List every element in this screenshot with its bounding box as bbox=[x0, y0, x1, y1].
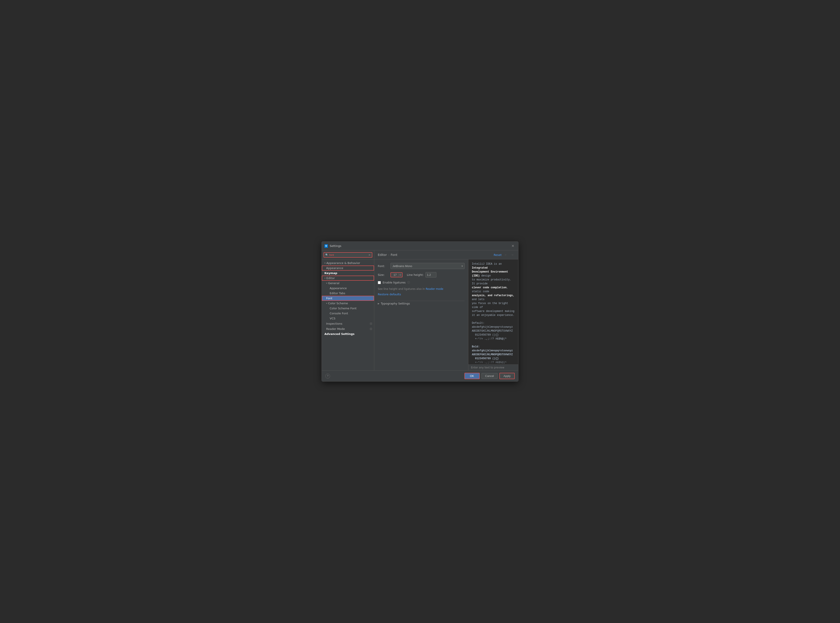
search-input[interactable] bbox=[329, 253, 367, 256]
sidebar-item-keymap[interactable]: Keymap bbox=[322, 270, 374, 276]
size-label: Size: bbox=[378, 273, 389, 276]
sidebar-item-label: Editor Tabs bbox=[330, 292, 345, 295]
font-form-row: Font: JetBrains Mono bbox=[378, 263, 465, 269]
back-button[interactable]: ← bbox=[503, 253, 508, 257]
sidebar-item-label: Console Font bbox=[330, 312, 348, 315]
preview-panel: IntelliJ IDEA is an Integrated Developme… bbox=[468, 259, 518, 370]
sidebar-item-label: Inspections bbox=[326, 322, 342, 325]
reader-mode-link[interactable]: Reader mode bbox=[426, 287, 443, 290]
sidebar-item-appearance-behavior[interactable]: ▾ Appearance & Behavior bbox=[322, 261, 374, 265]
search-input-wrapper: 🔍 ✕ bbox=[324, 252, 372, 258]
breadcrumb-separator: › bbox=[388, 253, 389, 256]
sidebar-item-color-scheme-font[interactable]: Color Scheme Font bbox=[322, 306, 374, 311]
search-icon: 🔍 bbox=[325, 253, 328, 256]
sidebar-item-font[interactable]: Font bbox=[322, 296, 374, 301]
size-input-wrapper: 0 bbox=[390, 272, 402, 277]
expand-icon: ⊟ bbox=[370, 327, 372, 331]
sidebar-item-label: Font bbox=[326, 297, 332, 300]
restore-defaults-link[interactable]: Restore defaults bbox=[378, 293, 401, 296]
expand-icon: ▾ bbox=[324, 277, 326, 279]
sidebar-item-label: Appearance bbox=[330, 287, 347, 290]
preview-upper: ABCDEFGHIJKLMNOPQRSTUVWXYZ bbox=[472, 329, 515, 333]
sidebar-item-label: Appearance & Behavior bbox=[326, 261, 360, 265]
ligatures-checkbox[interactable] bbox=[378, 281, 381, 284]
footer-left: ? bbox=[325, 374, 330, 379]
app-icon: U bbox=[324, 244, 328, 248]
sidebar-item-appearance[interactable]: Appearance bbox=[322, 265, 374, 270]
preview-line-2: Development Environment (IDE) design bbox=[472, 270, 515, 278]
size-form-row: Size: 0 Line height: bbox=[378, 272, 465, 278]
sidebar-item-general[interactable]: ▾ General bbox=[322, 281, 374, 286]
sidebar-item-console-font[interactable]: Console Font bbox=[322, 311, 374, 316]
size-cursor-indicator: 0 bbox=[398, 273, 401, 276]
preview-line-4: clever code completion, static code bbox=[472, 286, 515, 293]
sidebar-item-inspections[interactable]: Inspections ⊟ bbox=[322, 321, 374, 326]
title-bar-left: U Settings bbox=[324, 244, 341, 248]
settings-panel: Font: JetBrains Mono Size: 0 bbox=[374, 259, 468, 370]
dialog-body: 🔍 ✕ ▾ Appearance & Behavior Appearance K… bbox=[322, 250, 518, 370]
font-select[interactable]: JetBrains Mono bbox=[390, 263, 465, 269]
help-icon[interactable]: ⓘ bbox=[407, 281, 410, 284]
sidebar-item-label: VCS bbox=[330, 317, 335, 320]
expand-icon: ▾ bbox=[326, 302, 327, 304]
preview-bold-upper: ABCDEFGHIJKLMNOPQRSTUVWXYZ bbox=[472, 353, 515, 357]
ok-button[interactable]: OK bbox=[464, 373, 480, 379]
sidebar-item-label: Color Scheme bbox=[328, 302, 348, 305]
expand-icon: ⊟ bbox=[370, 322, 372, 325]
nav-tree: ▾ Appearance & Behavior Appearance Keyma… bbox=[322, 259, 374, 370]
sidebar-item-label: Keymap bbox=[324, 272, 337, 275]
breadcrumb: Editor › Font bbox=[378, 253, 398, 256]
line-height-input[interactable] bbox=[425, 272, 436, 278]
sidebar-item-label: Advanced Settings bbox=[324, 332, 355, 336]
typography-settings-expander[interactable]: ▶ Typography Settings bbox=[378, 301, 465, 306]
forward-button[interactable]: → bbox=[510, 253, 515, 257]
breadcrumb-part-editor: Editor bbox=[378, 253, 387, 256]
expand-icon: ▾ bbox=[326, 282, 327, 284]
line-height-label: Line height: bbox=[407, 273, 424, 276]
cancel-button[interactable]: Cancel bbox=[482, 373, 498, 379]
info-text-row: See line height and ligatures also in Re… bbox=[378, 287, 465, 290]
expand-icon: ▾ bbox=[324, 262, 326, 264]
settings-dialog: U Settings ✕ 🔍 ✕ ▾ Appearance & Behavior bbox=[321, 241, 519, 382]
preview-status: Enter any text to preview bbox=[468, 364, 518, 370]
typography-label: Typography Settings bbox=[381, 302, 410, 305]
header-actions: Reset ← → bbox=[494, 253, 515, 257]
sidebar-item-label: Editor bbox=[326, 276, 335, 280]
apply-button[interactable]: Apply bbox=[499, 373, 515, 379]
sidebar-item-advanced-settings[interactable]: Advanced Settings bbox=[322, 331, 374, 336]
font-label: Font: bbox=[378, 264, 389, 268]
sidebar-item-label: Reader Mode bbox=[326, 327, 345, 331]
ligatures-label: Enable ligatures bbox=[383, 281, 405, 284]
preview-line-7: software development making bbox=[472, 309, 515, 313]
help-button[interactable]: ? bbox=[325, 374, 330, 379]
preview-line-8: it an enjoyable experience. bbox=[472, 313, 515, 317]
preview-line-1: IntelliJ IDEA is an Integrated bbox=[472, 262, 515, 270]
sidebar-item-editor-tabs[interactable]: Editor Tabs bbox=[322, 291, 374, 296]
info-text: See line height and ligatures also in bbox=[378, 287, 425, 290]
sidebar-item-label: Appearance bbox=[326, 266, 343, 270]
reset-link[interactable]: Reset bbox=[494, 253, 502, 256]
search-box: 🔍 ✕ bbox=[322, 250, 374, 259]
preview-symbols: +-*/= .,;:!? #&$%@|^ bbox=[472, 337, 515, 341]
dialog-footer: ? OK Cancel Apply bbox=[322, 370, 518, 381]
sidebar: 🔍 ✕ ▾ Appearance & Behavior Appearance K… bbox=[322, 250, 374, 370]
sidebar-item-reader-mode[interactable]: Reader Mode ⊟ bbox=[322, 326, 374, 331]
sidebar-item-editor[interactable]: ▾ Editor bbox=[322, 276, 374, 281]
search-clear-button[interactable]: ✕ bbox=[369, 253, 370, 256]
content-header: Editor › Font Reset ← → bbox=[374, 250, 518, 259]
sidebar-item-label: Color Scheme Font bbox=[330, 307, 357, 310]
preview-text[interactable]: IntelliJ IDEA is an Integrated Developme… bbox=[468, 259, 518, 364]
preview-digits: 0123456789 (){} bbox=[472, 333, 515, 337]
sidebar-item-color-scheme[interactable]: ▾ Color Scheme bbox=[322, 301, 374, 306]
sidebar-item-vcs[interactable]: VCS bbox=[322, 316, 374, 321]
dialog-title: Settings bbox=[330, 244, 341, 248]
preview-bold-lower: abcdefghijklmnopqrstuvwxyz bbox=[472, 349, 515, 353]
size-input[interactable] bbox=[392, 273, 398, 276]
close-button[interactable]: ✕ bbox=[510, 243, 516, 249]
main-content: Editor › Font Reset ← → Font: bbox=[374, 250, 518, 370]
preview-line-6: you focus on the bright side of bbox=[472, 301, 515, 309]
preview-bold-label: Bold: bbox=[472, 345, 515, 349]
font-select-wrapper: JetBrains Mono bbox=[390, 263, 465, 269]
sidebar-item-appearance-sub[interactable]: Appearance bbox=[322, 286, 374, 291]
content-split: Font: JetBrains Mono Size: 0 bbox=[374, 259, 518, 370]
